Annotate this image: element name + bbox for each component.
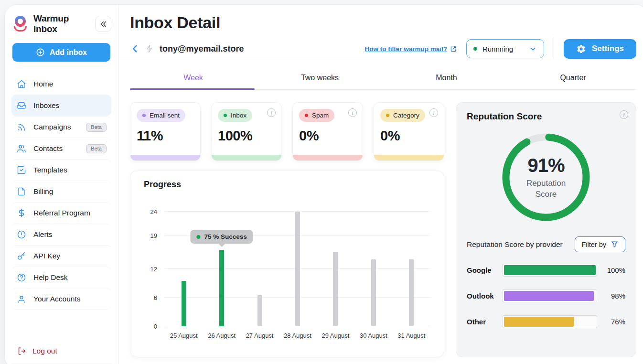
referral-icon bbox=[16, 208, 27, 218]
provider-value: 98% bbox=[603, 292, 625, 300]
collapse-sidebar-button[interactable] bbox=[95, 16, 111, 32]
external-link-icon bbox=[450, 45, 457, 52]
provider-bar-track bbox=[503, 289, 597, 302]
gauge-score: 91% bbox=[527, 155, 564, 176]
sidebar-item-alerts[interactable]: Alerts bbox=[11, 224, 111, 245]
stat-cards: Email sent11%Inboxi100%Spami0%Categoryi0… bbox=[130, 102, 444, 161]
help-icon bbox=[16, 273, 27, 282]
stat-accent-strip bbox=[212, 155, 281, 161]
provider-name: Outlook bbox=[467, 292, 496, 300]
chart-bar-26-august[interactable] bbox=[219, 250, 224, 326]
sidebar-item-your-accounts[interactable]: Your Accounts bbox=[11, 288, 111, 310]
sidebar-item-api-key[interactable]: API Key bbox=[11, 245, 111, 267]
provider-value: 76% bbox=[603, 318, 625, 326]
lightning-icon bbox=[145, 44, 154, 53]
period-tabs: WeekTwo weeksMonthQuarter bbox=[130, 68, 636, 90]
stat-label-pill: Spam bbox=[299, 109, 334, 122]
header-vertical-divider bbox=[554, 38, 554, 60]
api-key-icon bbox=[16, 251, 27, 261]
stat-value: 11% bbox=[137, 128, 194, 144]
chart-bar-31-august[interactable] bbox=[409, 259, 414, 326]
help-link-label: How to filter warmup mail? bbox=[364, 45, 447, 53]
sidebar-item-label: Help Desk bbox=[33, 273, 68, 282]
chart-bar-28-august[interactable] bbox=[295, 212, 300, 326]
add-inbox-button[interactable]: Add inbox bbox=[12, 43, 110, 62]
chart-bar-27-august[interactable] bbox=[257, 295, 262, 326]
campaigns-icon bbox=[16, 122, 27, 132]
sidebar-item-contacts[interactable]: ContactsBeta bbox=[11, 138, 111, 159]
info-icon[interactable]: i bbox=[348, 108, 357, 117]
sidebar-item-label: Templates bbox=[33, 166, 67, 174]
logo-ring bbox=[15, 16, 26, 27]
stat-card-email-sent: Email sent11% bbox=[130, 102, 201, 161]
progress-card: Progress 0612192475 % Success 25 August2… bbox=[130, 171, 444, 357]
brand-row: Warmup Inbox bbox=[11, 11, 111, 40]
stat-dot bbox=[142, 114, 146, 117]
chart-tooltip: 75 % Success bbox=[190, 230, 253, 244]
sidebar-item-label: Contacts bbox=[33, 144, 63, 153]
provider-bar-track bbox=[503, 264, 597, 277]
chart-bar-29-august[interactable] bbox=[333, 252, 338, 326]
stat-value: 0% bbox=[380, 128, 438, 144]
inbox-icon bbox=[16, 101, 27, 110]
provider-bar-fill bbox=[504, 265, 596, 275]
tab-quarter[interactable]: Quarter bbox=[510, 68, 636, 89]
settings-button[interactable]: Settings bbox=[564, 39, 636, 59]
stat-accent-strip bbox=[374, 155, 444, 161]
info-icon[interactable]: i bbox=[267, 108, 276, 117]
help-link[interactable]: How to filter warmup mail? bbox=[364, 45, 457, 53]
chart-bar-30-august[interactable] bbox=[371, 259, 376, 326]
provider-header-row: Reputation Score by provider Filter by bbox=[467, 236, 625, 252]
sidebar-item-billing[interactable]: Billing bbox=[11, 181, 111, 202]
sidebar-item-referral-program[interactable]: Referral Program bbox=[11, 202, 111, 224]
chart-plot-area: 0612192475 % Success bbox=[165, 212, 430, 326]
info-icon[interactable]: i bbox=[429, 108, 438, 117]
sidebar-item-home[interactable]: Home bbox=[11, 73, 111, 95]
stat-value: 100% bbox=[218, 128, 275, 144]
tab-week[interactable]: Week bbox=[130, 68, 257, 89]
info-icon[interactable]: i bbox=[620, 110, 628, 119]
x-axis-label: 28 August bbox=[279, 332, 316, 339]
gauge-center: 91% Reputation Score bbox=[499, 130, 593, 224]
chart-bar-25-august[interactable] bbox=[182, 281, 186, 326]
stat-accent-strip bbox=[130, 155, 200, 161]
progress-chart: 0612192475 % Success 25 August26 August2… bbox=[144, 212, 430, 339]
back-button[interactable] bbox=[130, 43, 140, 54]
x-axis-label: 29 August bbox=[317, 332, 354, 339]
tab-month[interactable]: Month bbox=[383, 68, 510, 89]
sidebar-item-label: Your Accounts bbox=[33, 295, 81, 303]
logout-icon bbox=[16, 346, 27, 356]
stat-card-category: Categoryi0% bbox=[374, 102, 444, 161]
chevron-down-icon bbox=[529, 45, 537, 53]
sidebar-item-templates[interactable]: Templates bbox=[11, 159, 111, 181]
sidebar-bottom: Log out bbox=[11, 342, 111, 364]
sidebar-nav: HomeInboxesCampaignsBetaContactsBetaTemp… bbox=[11, 73, 111, 310]
progress-title: Progress bbox=[144, 180, 430, 190]
sidebar-item-label: Home bbox=[33, 80, 53, 88]
status-dot bbox=[473, 47, 477, 51]
logo-smile bbox=[14, 26, 27, 32]
provider-value: 100% bbox=[603, 266, 625, 274]
x-axis-label: 27 August bbox=[241, 332, 279, 339]
provider-row-outlook: Outlook98% bbox=[467, 289, 625, 302]
status-dropdown[interactable]: Runnning bbox=[466, 39, 544, 58]
logout-button[interactable]: Log out bbox=[11, 342, 111, 364]
provider-row-other: Other76% bbox=[467, 315, 625, 328]
filter-by-button[interactable]: Filter by bbox=[575, 236, 625, 252]
provider-bar-fill bbox=[504, 291, 594, 301]
add-inbox-label: Add inbox bbox=[50, 48, 87, 57]
by-provider-label: Reputation Score by provider bbox=[467, 240, 563, 249]
sidebar-item-inboxes[interactable]: Inboxes bbox=[11, 95, 111, 116]
stat-label-pill: Inbox bbox=[218, 109, 252, 122]
stat-dot bbox=[305, 114, 308, 117]
sidebar-item-label: Alerts bbox=[33, 230, 53, 239]
tab-two-weeks[interactable]: Two weeks bbox=[257, 68, 383, 89]
inbox-header-actions: How to filter warmup mail? Runnning bbox=[364, 38, 636, 60]
y-axis-tick: 12 bbox=[150, 265, 157, 272]
billing-icon bbox=[16, 187, 27, 196]
sidebar-item-campaigns[interactable]: CampaignsBeta bbox=[11, 116, 111, 138]
stat-value: 0% bbox=[299, 128, 356, 144]
sidebar-item-help-desk[interactable]: Help Desk bbox=[11, 267, 111, 288]
brand-name: Warmup Inbox bbox=[33, 13, 90, 34]
y-axis-tick: 6 bbox=[154, 294, 157, 301]
